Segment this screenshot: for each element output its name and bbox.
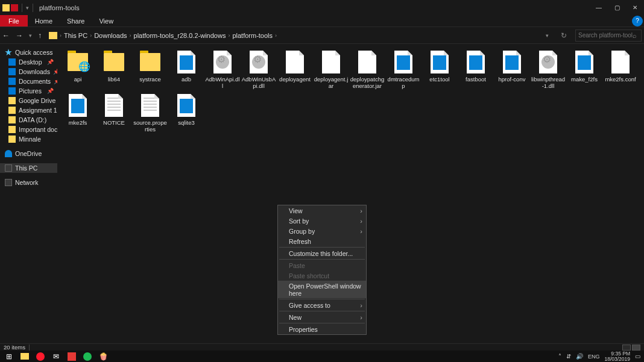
file-thumbnail: [102, 49, 126, 75]
file-item[interactable]: adb: [168, 48, 204, 91]
context-menu: ViewSort byGroup byRefreshCustomize this…: [277, 205, 367, 335]
menu-item[interactable]: Open PowerShell window here: [278, 281, 366, 298]
file-item[interactable]: lib64: [96, 48, 132, 91]
back-button[interactable]: ←: [2, 31, 10, 40]
tab-share[interactable]: Share: [60, 15, 92, 27]
file-item[interactable]: hprof-conv: [494, 48, 530, 91]
sidebar-item[interactable]: Desktop📌: [0, 57, 57, 67]
help-button[interactable]: ?: [632, 16, 643, 27]
file-item[interactable]: deployagent: [277, 48, 313, 91]
up-button[interactable]: ↑: [38, 31, 42, 40]
chevron-right-icon[interactable]: ›: [130, 33, 131, 39]
sidebar-item[interactable]: DATA (D:): [0, 115, 57, 125]
file-item[interactable]: dmtracedump: [385, 48, 421, 91]
sidebar-item[interactable]: Assignment 1: [0, 105, 57, 115]
maximize-button[interactable]: ▢: [608, 0, 626, 15]
file-item[interactable]: source.properties: [132, 91, 168, 134]
details-view-button[interactable]: [622, 345, 631, 351]
breadcrumb-item[interactable]: platform-tools_r28.0.2-windows: [134, 32, 226, 39]
menu-item[interactable]: Customize this folder...: [278, 248, 366, 258]
file-label: libwinpthread-1.dll: [531, 76, 566, 90]
file-item[interactable]: AdbWinApi.dll: [204, 48, 241, 91]
pic-icon: [8, 87, 16, 95]
sidebar-item[interactable]: Documents📌: [0, 76, 57, 86]
refresh-button[interactable]: ↻: [557, 31, 570, 40]
tab-view[interactable]: View: [92, 15, 121, 27]
close-button[interactable]: ✕: [626, 0, 644, 15]
file-label: fastboot: [466, 76, 486, 83]
breadcrumb-item[interactable]: Downloads: [94, 32, 127, 39]
tray-network-icon[interactable]: ⇵: [566, 353, 571, 360]
file-item[interactable]: api: [60, 48, 96, 91]
taskbar-app-explorer[interactable]: [17, 351, 33, 362]
tray-language[interactable]: ENG: [588, 354, 600, 360]
search-icon[interactable]: ⌕: [633, 32, 637, 39]
file-item[interactable]: AdbWinUsbApi.dll: [241, 48, 277, 91]
sidebar-item[interactable]: Google Drive📌: [0, 96, 57, 105]
menu-item[interactable]: New: [278, 312, 366, 322]
sidebar-onedrive[interactable]: OneDrive: [0, 149, 57, 158]
file-item[interactable]: fastboot: [458, 48, 494, 91]
chevron-right-icon[interactable]: ›: [275, 33, 277, 39]
sidebar-network[interactable]: Network: [0, 178, 57, 187]
sidebar-quick-access[interactable]: Quick access: [0, 48, 57, 57]
menu-item[interactable]: Give access to: [278, 300, 366, 310]
file-item[interactable]: mke2fs: [60, 91, 96, 134]
search-input[interactable]: [578, 32, 633, 39]
file-label: AdbWinApi.dll: [205, 76, 240, 90]
file-label: AdbWinUsbApi.dll: [241, 76, 276, 90]
folder-icon: [8, 107, 16, 114]
qat-dropdown-icon[interactable]: ▾: [26, 5, 29, 11]
chevron-right-icon[interactable]: ›: [90, 33, 92, 39]
menu-item[interactable]: Properties: [278, 324, 366, 334]
breadcrumb-item[interactable]: platform-tools: [232, 32, 273, 39]
forward-button[interactable]: →: [16, 31, 23, 40]
sidebar-item[interactable]: Downloads📌: [0, 67, 57, 76]
file-item[interactable]: mke2fs.conf: [602, 48, 639, 91]
tab-home[interactable]: Home: [28, 15, 60, 27]
taskbar-app-red[interactable]: [64, 351, 80, 362]
file-item[interactable]: NOTICE: [96, 91, 132, 134]
file-item[interactable]: deploypatchgenerator.jar: [349, 48, 385, 91]
sidebar-item[interactable]: Important documen: [0, 125, 57, 134]
menu-item[interactable]: Sort by: [278, 216, 366, 226]
file-thumbnail: [138, 49, 162, 75]
chevron-right-icon[interactable]: ›: [228, 33, 230, 39]
ribbon-tabs: File Home Share View ?: [0, 15, 644, 27]
file-thumbnail: [138, 92, 162, 119]
qat-icon[interactable]: [2, 4, 10, 11]
taskbar-app-popcorn[interactable]: 🍿: [95, 351, 111, 362]
file-item[interactable]: libwinpthread-1.dll: [530, 48, 566, 91]
tray-notifications-icon[interactable]: ▭: [635, 353, 640, 360]
file-item[interactable]: systrace: [132, 48, 168, 91]
chevron-right-icon[interactable]: ›: [60, 33, 62, 39]
taskbar-app-mail[interactable]: ✉: [48, 351, 64, 362]
tray-volume-icon[interactable]: 🔊: [576, 353, 583, 360]
minimize-button[interactable]: —: [590, 0, 608, 15]
qat-icon[interactable]: [11, 4, 18, 11]
large-icons-view-button[interactable]: [632, 345, 640, 351]
file-tab[interactable]: File: [0, 15, 28, 27]
menu-item[interactable]: Refresh: [278, 236, 366, 246]
breadcrumb-item[interactable]: This PC: [64, 32, 87, 39]
sidebar-item[interactable]: Pictures📌: [0, 86, 57, 96]
file-item[interactable]: deployagent.jar: [313, 48, 349, 91]
recent-locations-icon[interactable]: ▾: [29, 33, 32, 39]
sidebar-item-label: Quick access: [15, 49, 52, 56]
tray-chevron-icon[interactable]: ˄: [558, 353, 561, 360]
menu-item[interactable]: View: [278, 205, 366, 216]
sidebar-item[interactable]: Minnale: [0, 134, 57, 144]
file-item[interactable]: etc1tool: [421, 48, 458, 91]
file-item[interactable]: make_f2fs: [566, 48, 602, 91]
taskbar-app-opera[interactable]: [33, 351, 48, 362]
breadcrumb[interactable]: › This PC › Downloads › platform-tools_r…: [46, 32, 537, 39]
tray-clock[interactable]: 9:35 PM 18/03/2019: [604, 351, 630, 361]
folder-icon: [8, 116, 16, 123]
menu-item[interactable]: Group by: [278, 226, 366, 236]
search-box[interactable]: ⌕: [575, 30, 642, 42]
file-item[interactable]: sqlite3: [168, 91, 204, 134]
start-button[interactable]: ⊞: [1, 351, 17, 362]
taskbar-app-spotify[interactable]: [80, 351, 95, 362]
sidebar-this-pc[interactable]: This PC: [0, 163, 57, 173]
address-dropdown-icon[interactable]: ▾: [542, 33, 552, 39]
